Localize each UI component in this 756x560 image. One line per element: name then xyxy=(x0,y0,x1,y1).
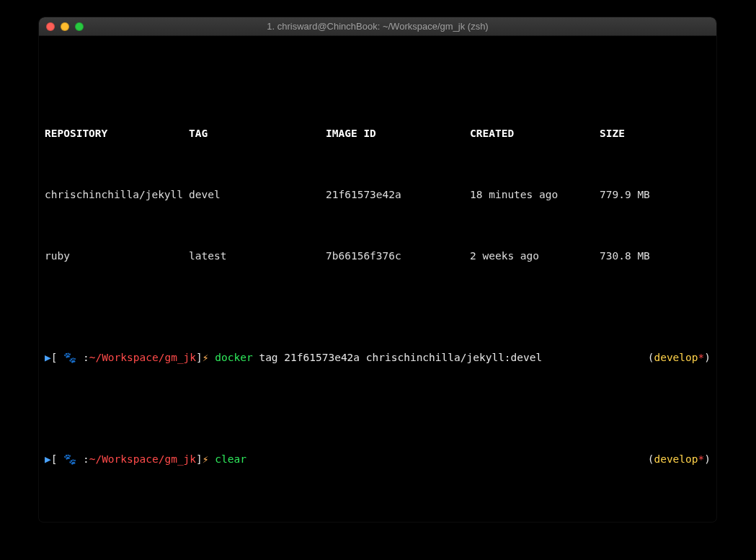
branch-close: ) xyxy=(704,352,711,363)
images-header: REPOSITORY TAG IMAGE ID CREATED SIZE xyxy=(45,123,711,143)
cmd-bin: clear xyxy=(215,453,246,465)
terminal-window: 1. chrisward@ChinchBook: ~/Workspace/gm_… xyxy=(39,17,716,522)
minimize-icon[interactable] xyxy=(61,22,69,31)
branch-close: ) xyxy=(704,453,711,465)
image-row: ruby latest 7b66156f376c 2 weeks ago 730… xyxy=(45,246,711,266)
prompt-left: ▶[ 🐾 :~/Workspace/gm_jk]⚡ docker tag 21f… xyxy=(45,347,648,368)
branch-dirty-icon: * xyxy=(698,352,705,363)
terminal-body[interactable]: REPOSITORY TAG IMAGE ID CREATED SIZE chr… xyxy=(39,36,716,522)
cell-created: 2 weeks ago xyxy=(470,246,600,266)
cell-created: 18 minutes ago xyxy=(470,185,600,205)
zoom-icon[interactable] xyxy=(75,22,84,31)
prompt-arrow-icon: ▶ xyxy=(45,453,51,465)
lightning-icon: ⚡ xyxy=(203,352,209,363)
prompt-line: ▶[ 🐾 :~/Workspace/gm_jk]⚡ clear (develop… xyxy=(45,449,711,469)
branch-dirty-icon: * xyxy=(698,453,705,465)
col-created: CREATED xyxy=(470,123,600,143)
branch-name: develop xyxy=(654,352,698,363)
cell-image: 7b66156f376c xyxy=(326,246,470,266)
prompt-colon: : xyxy=(83,453,89,465)
prompt-path: ~/Workspace/gm_jk xyxy=(89,453,196,465)
window-controls xyxy=(39,22,84,31)
col-size: SIZE xyxy=(600,123,711,143)
close-icon[interactable] xyxy=(46,22,55,31)
paw-icon: 🐾 xyxy=(57,453,82,465)
prompt-arrow-icon: ▶ xyxy=(45,352,51,363)
image-row: chrischinchilla/jekyll devel 21f61573e42… xyxy=(45,185,711,205)
cmd-bin: docker xyxy=(215,352,252,363)
cell-size: 779.9 MB xyxy=(600,185,711,205)
cell-repo: ruby xyxy=(45,246,189,266)
col-repository: REPOSITORY xyxy=(45,123,189,143)
paw-icon: 🐾 xyxy=(57,352,82,363)
branch-indicator: (develop*) xyxy=(648,449,711,469)
cell-repo: chrischinchilla/jekyll xyxy=(45,185,189,205)
col-tag: TAG xyxy=(189,123,326,143)
cell-tag: latest xyxy=(189,246,326,266)
cmd-args: tag 21f61573e42a chrischinchilla/jekyll:… xyxy=(253,352,543,363)
prompt-path: ~/Workspace/gm_jk xyxy=(89,352,196,363)
titlebar: 1. chrisward@ChinchBook: ~/Workspace/gm_… xyxy=(39,17,716,36)
cell-tag: devel xyxy=(189,185,326,205)
prompt-left: ▶[ 🐾 :~/Workspace/gm_jk]⚡ clear xyxy=(45,449,648,469)
lightning-icon: ⚡ xyxy=(203,453,209,465)
prompt-rbrack: ] xyxy=(196,352,203,363)
cell-size: 730.8 MB xyxy=(600,246,711,266)
prompt-line: ▶[ 🐾 :~/Workspace/gm_jk]⚡ docker tag 21f… xyxy=(45,347,711,368)
branch-indicator: (develop*) xyxy=(648,347,711,368)
window-title: 1. chrisward@ChinchBook: ~/Workspace/gm_… xyxy=(39,21,716,32)
prompt-colon: : xyxy=(83,352,89,363)
prompt-rbrack: ] xyxy=(196,453,203,465)
cell-image: 21f61573e42a xyxy=(326,185,470,205)
branch-name: develop xyxy=(654,453,698,465)
col-image-id: IMAGE ID xyxy=(326,123,470,143)
